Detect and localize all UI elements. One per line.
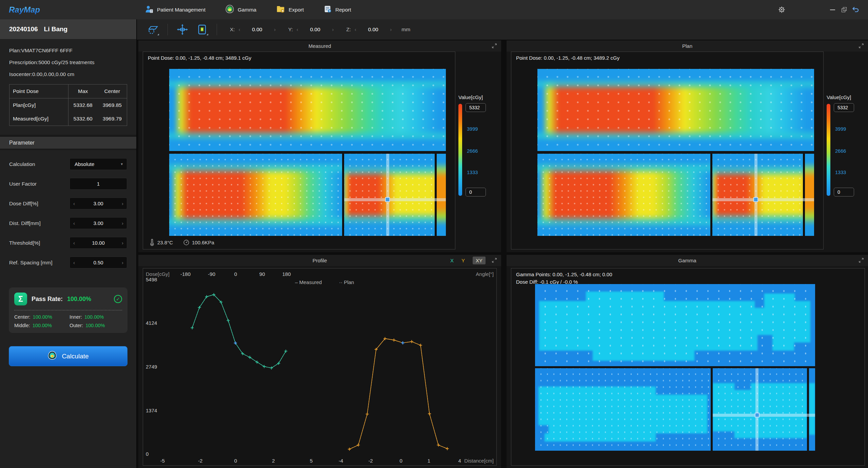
stepper-increment[interactable]: ›: [122, 260, 123, 265]
check-circle-icon: ✓: [114, 295, 122, 303]
nav-items: Patient Management Gamma Export Report: [145, 4, 351, 15]
calculate-gamma-icon: [47, 351, 57, 362]
svg-text:0: 0: [146, 451, 149, 457]
crosshair-horizontal[interactable]: [713, 414, 815, 417]
gamma-map-section[interactable]: [713, 368, 807, 451]
expand-icon[interactable]: [492, 43, 497, 49]
coord-decrement[interactable]: ‹: [295, 27, 300, 32]
colorbar-tick: 3999: [835, 126, 846, 132]
restore-button[interactable]: [838, 5, 850, 15]
coord-increment[interactable]: ›: [389, 27, 394, 32]
stepper-increment[interactable]: ›: [122, 240, 123, 246]
stepper-decrement[interactable]: ‹: [73, 260, 75, 265]
dose-map-section[interactable]: [712, 154, 803, 236]
clip-box-tool-icon[interactable]: [195, 22, 209, 37]
crosshair-point-marker[interactable]: [385, 197, 390, 202]
dose-map-section[interactable]: [169, 154, 342, 236]
stepper-decrement[interactable]: ‹: [73, 220, 75, 226]
coord-decrement[interactable]: ‹: [237, 27, 242, 32]
stepper-decrement[interactable]: ‹: [73, 240, 75, 246]
coord-x-value[interactable]: 0.00: [244, 26, 270, 33]
expand-icon[interactable]: [859, 258, 864, 263]
minimize-button[interactable]: [827, 5, 838, 15]
coord-decrement[interactable]: ‹: [353, 27, 358, 32]
dose-map-section[interactable]: [537, 154, 710, 236]
nav-patient-management[interactable]: Patient Management: [145, 4, 205, 15]
profile-chart[interactable]: Dose[cGy]Angle[°]Distance[cm]54984124274…: [143, 268, 496, 465]
gamma-map-sliver[interactable]: [809, 368, 815, 451]
param-label: Threshold[%]: [9, 240, 70, 246]
dist-diff-value: 3.00: [93, 220, 103, 226]
coord-z-value[interactable]: 0.00: [360, 26, 387, 33]
gamma-panel-header: Gamma: [507, 255, 868, 266]
nav-export[interactable]: Export: [276, 4, 304, 15]
measured-view[interactable]: Point Dose: 0.00, -1.25, -0.48 cm; 3489.…: [143, 52, 455, 249]
region-pass-rates: Center:100.00% Inner:100.00% Middle:100.…: [14, 314, 122, 328]
table-row: Measured[cGy] 5332.60 3969.79: [9, 112, 127, 126]
back-button[interactable]: [850, 5, 861, 15]
crosshair-horizontal[interactable]: [344, 198, 446, 201]
dropdown-corner: [157, 34, 159, 35]
pass-rate-label: Pass Rate:: [32, 296, 63, 303]
gamma-axial-map[interactable]: [535, 368, 815, 451]
stepper-decrement[interactable]: ‹: [73, 201, 75, 206]
calculate-button[interactable]: Calculate: [9, 346, 127, 366]
crosshair-point-marker[interactable]: [755, 413, 760, 417]
pass-rate-value: 100.00%: [67, 296, 91, 303]
dose-diff-stepper[interactable]: ‹ 3.00 ›: [70, 198, 127, 209]
nav-label: Report: [335, 7, 351, 13]
svg-text:4124: 4124: [146, 320, 157, 326]
crosshair-point-marker[interactable]: [753, 197, 758, 202]
crosshair-horizontal[interactable]: [712, 198, 814, 201]
ref-spacing-stepper[interactable]: ‹ 0.50 ›: [70, 257, 127, 268]
profile-chart-area[interactable]: Dose[cGy]Angle[°]Distance[cm]54984124274…: [143, 268, 497, 466]
app-logo: RayMap: [0, 5, 137, 15]
threshold-stepper[interactable]: ‹ 10.00 ›: [70, 237, 127, 249]
gamma-coronal-map[interactable]: [535, 284, 815, 366]
dist-diff-stepper[interactable]: ‹ 3.00 ›: [70, 217, 127, 229]
settings-gear-icon[interactable]: [776, 5, 787, 15]
coord-increment[interactable]: ›: [330, 27, 335, 32]
pass-rate-middle: Middle:100.00%: [14, 323, 70, 328]
gantry-rotation-tool-icon[interactable]: [146, 22, 160, 37]
colorbar-max-input[interactable]: 5332: [466, 103, 486, 112]
colorbar-min-input[interactable]: 0: [466, 188, 486, 196]
coord-y-value[interactable]: 0.00: [302, 26, 328, 33]
dose-map-sliver[interactable]: [805, 154, 814, 236]
detector-grid: [535, 368, 711, 451]
nav-report[interactable]: Report: [323, 4, 351, 15]
measured-coronal-dose-map[interactable]: [169, 69, 446, 151]
svg-text:180: 180: [282, 271, 291, 277]
pressure-gauge-icon: [183, 239, 190, 246]
crosshair-vertical[interactable]: [754, 154, 757, 236]
plan-axial-dose-map[interactable]: [537, 154, 814, 236]
colorbar-max-input[interactable]: 5332: [834, 103, 854, 112]
gamma-view[interactable]: Gamma Points: 0.00, -1.25, -0.48 cm; 0.0…: [511, 268, 865, 466]
profile-mode-xy-active[interactable]: XY: [473, 257, 486, 264]
panel-title: Plan: [682, 43, 692, 49]
plan-center: 3969.85: [98, 98, 127, 112]
expand-icon[interactable]: [492, 258, 497, 263]
pan-move-tool-icon[interactable]: [175, 22, 190, 37]
crosshair-vertical[interactable]: [755, 368, 758, 451]
profile-mode-y[interactable]: Y: [461, 258, 465, 263]
user-factor-input[interactable]: 1: [70, 178, 127, 190]
crosshair-vertical[interactable]: [386, 154, 389, 236]
expand-icon[interactable]: [859, 43, 864, 49]
plan-view[interactable]: Point Dose: 0.00, -1.25, -0.48 cm; 3489.…: [511, 52, 824, 249]
dropdown-corner: [206, 34, 208, 35]
measured-axial-dose-map[interactable]: [169, 154, 446, 236]
plan-coronal-dose-map[interactable]: [537, 69, 814, 151]
stepper-increment[interactable]: ›: [122, 201, 123, 206]
colorbar-min-input[interactable]: 0: [834, 188, 854, 196]
gamma-map-section[interactable]: [535, 368, 711, 451]
calculation-select[interactable]: Absolute ▾: [70, 158, 127, 170]
nav-gamma[interactable]: Gamma: [225, 4, 256, 15]
profile-mode-x[interactable]: X: [450, 258, 454, 263]
param-label: User Factor: [9, 181, 70, 187]
dose-map-sliver[interactable]: [437, 154, 446, 236]
dose-map-section[interactable]: [344, 154, 435, 236]
coord-increment[interactable]: ›: [272, 27, 277, 32]
colorbar-tick: 3999: [467, 126, 478, 132]
stepper-increment[interactable]: ›: [122, 220, 123, 226]
